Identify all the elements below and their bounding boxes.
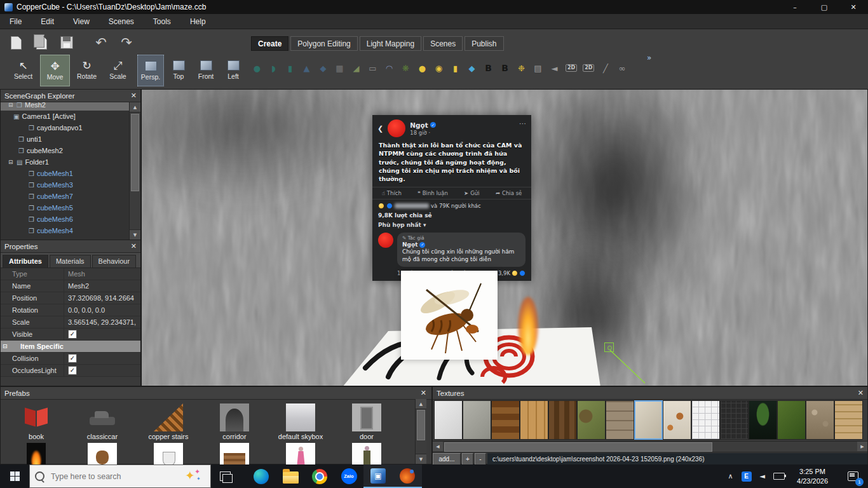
sound-icon[interactable]: ◄ bbox=[549, 62, 560, 74]
tree-item-cubemesh1[interactable]: ❒ cubeMesh1 bbox=[1, 168, 140, 179]
room-mesh-icon[interactable]: ▭ bbox=[367, 62, 378, 74]
rotate-tool-button[interactable]: ↻ Rotate bbox=[72, 55, 101, 85]
water-icon[interactable]: ◆ bbox=[466, 62, 477, 74]
tree-item-cubemesh7[interactable]: ❒ cubeMesh7 bbox=[1, 191, 140, 202]
visible-checkbox[interactable]: ✓ bbox=[68, 330, 77, 339]
prefab-wall[interactable] bbox=[201, 443, 268, 466]
taskbar-clock[interactable]: 3:25 PM 4/23/2026 bbox=[793, 467, 832, 485]
prop-section-item-specific[interactable]: ⊟ Item Specific bbox=[1, 341, 140, 353]
undo-button[interactable]: ↶ bbox=[92, 33, 111, 52]
texture-tile[interactable] bbox=[691, 400, 720, 440]
collision-checkbox[interactable]: ✓ bbox=[68, 354, 77, 363]
cone-icon[interactable]: ▲ bbox=[301, 62, 312, 74]
tree-item-cubemesh5[interactable]: ❒ cubeMesh5 bbox=[1, 202, 140, 214]
texture-tile[interactable] bbox=[720, 400, 749, 440]
view-left-button[interactable]: Left bbox=[220, 55, 246, 85]
taskbar-app-orange[interactable] bbox=[393, 464, 422, 488]
prefab-vase[interactable] bbox=[69, 443, 135, 466]
book-thumbnail[interactable] bbox=[22, 403, 51, 431]
tab-scenes[interactable]: Scenes bbox=[423, 36, 463, 51]
prefabs-close-icon[interactable]: ✕ bbox=[421, 389, 426, 397]
text-3d-icon[interactable]: B bbox=[499, 62, 510, 74]
terrain-icon[interactable]: ◢ bbox=[351, 62, 362, 74]
tree-item-caydandapvo1[interactable]: ❒ caydandapvo1 bbox=[1, 122, 140, 133]
menu-view[interactable]: View bbox=[64, 14, 99, 29]
scroll-left-icon[interactable]: ◀ bbox=[433, 442, 443, 451]
tab-polygon-editing[interactable]: Polygon Editing bbox=[290, 36, 357, 51]
prefab-fire[interactable] bbox=[3, 443, 69, 466]
taskbar-chrome[interactable] bbox=[305, 464, 334, 488]
menu-scenes[interactable]: Scenes bbox=[99, 14, 144, 29]
save-button[interactable] bbox=[57, 33, 76, 52]
view-front-button[interactable]: Front bbox=[193, 55, 219, 85]
prop-row-position[interactable]: Position37.320698, 914.2664 bbox=[1, 292, 140, 304]
prefab-book[interactable]: book bbox=[3, 403, 69, 440]
taskbar-coppercube[interactable]: ▣ bbox=[363, 464, 393, 488]
skybox-icon[interactable]: ◠ bbox=[384, 62, 395, 74]
texture-tile[interactable] bbox=[806, 400, 834, 440]
prefab-default-skybox[interactable]: default skybox bbox=[268, 403, 334, 440]
textures-close-icon[interactable]: ✕ bbox=[858, 389, 864, 397]
man-thumbnail[interactable] bbox=[352, 443, 381, 466]
toolbar-overflow-chevron[interactable]: » bbox=[647, 53, 651, 62]
tree-item-cubemesh6[interactable]: ❒ cubeMesh6 bbox=[1, 214, 140, 225]
menu-file[interactable]: File bbox=[0, 14, 31, 29]
search-input[interactable] bbox=[50, 471, 154, 482]
textures-scrollbar[interactable]: ◀ ▶ bbox=[433, 441, 867, 452]
connection-icon[interactable]: ∞ bbox=[616, 62, 627, 74]
texture-tile[interactable] bbox=[491, 400, 520, 440]
tree-item-cubemesh2[interactable]: ❒ cubeMesh2 bbox=[1, 145, 140, 156]
tray-chevron-icon[interactable]: ∧ bbox=[728, 472, 733, 480]
tab-behaviour[interactable]: Behaviour bbox=[92, 255, 137, 268]
texture-tile[interactable] bbox=[777, 400, 806, 440]
start-button[interactable] bbox=[0, 464, 29, 488]
grass-icon[interactable]: ❋ bbox=[400, 62, 411, 74]
texture-tile-selected[interactable] bbox=[634, 400, 663, 440]
viewport-3d[interactable]: ❮ Ngọt✓ 18 giờ · ⋯ Thành thật xin lỗi ba… bbox=[141, 89, 868, 386]
texture-tile[interactable] bbox=[434, 400, 463, 440]
occludeslight-checkbox[interactable]: ✓ bbox=[68, 366, 77, 375]
cylinder-icon[interactable]: ▮ bbox=[285, 62, 295, 74]
cortana-sparkle-icon[interactable]: ✦✦✦ bbox=[184, 468, 205, 485]
vase-thumbnail[interactable] bbox=[88, 443, 117, 466]
tab-materials[interactable]: Materials bbox=[50, 255, 91, 268]
scroll-down-icon[interactable]: ▼ bbox=[416, 454, 426, 464]
maximize-button[interactable]: ▢ bbox=[810, 0, 839, 14]
prop-row-name[interactable]: NameMesh2 bbox=[1, 280, 140, 292]
cup-thumbnail[interactable] bbox=[154, 443, 183, 466]
scenegraph-close-icon[interactable]: ✕ bbox=[131, 92, 137, 100]
static-text-icon[interactable]: B bbox=[483, 62, 494, 74]
task-view-button[interactable] bbox=[211, 464, 239, 488]
prefab-girl[interactable] bbox=[268, 443, 334, 466]
tree-item-cubemesh3[interactable]: ❒ cubeMesh3 bbox=[1, 179, 140, 191]
prop-row-rotation[interactable]: Rotation0.0, 0.0, 0.0 bbox=[1, 304, 140, 316]
scroll-right-icon[interactable]: ▶ bbox=[857, 442, 867, 451]
view-perspective-button[interactable]: Persp. bbox=[137, 55, 164, 86]
tree-item-camera1[interactable]: ▣ Camera1 [Active] bbox=[1, 111, 140, 122]
redo-button[interactable]: ↷ bbox=[117, 33, 136, 52]
expander-icon[interactable]: ⊟ bbox=[8, 102, 15, 108]
tab-publish[interactable]: Publish bbox=[465, 36, 503, 51]
tree-item-cubemesh4[interactable]: ❒ cubeMesh4 bbox=[1, 225, 140, 236]
scale-tool-button[interactable]: ⤢ Scale bbox=[104, 55, 132, 85]
prefab-classiccar[interactable]: classiccar bbox=[69, 403, 135, 440]
texture-tile[interactable] bbox=[548, 400, 577, 440]
2d-overlay-icon[interactable]: 2D bbox=[566, 64, 577, 72]
menu-edit[interactable]: Edit bbox=[31, 14, 64, 29]
select-tool-button[interactable]: ↖ Select bbox=[9, 55, 37, 85]
add-texture-button[interactable]: add... bbox=[433, 453, 461, 465]
default-skybox-thumbnail[interactable] bbox=[286, 403, 315, 431]
menu-tools[interactable]: Tools bbox=[144, 14, 180, 29]
texture-tile[interactable] bbox=[749, 400, 777, 440]
classiccar-thumbnail[interactable] bbox=[88, 403, 117, 431]
properties-close-icon[interactable]: ✕ bbox=[131, 242, 137, 250]
evkey-tray-icon[interactable]: E bbox=[742, 471, 752, 482]
volume-icon[interactable]: ◄ bbox=[760, 472, 765, 480]
animated-mesh-icon[interactable]: ▦ bbox=[334, 62, 345, 74]
expander-icon[interactable]: ⊟ bbox=[3, 343, 10, 349]
move-tool-button[interactable]: ✥ Move bbox=[40, 55, 70, 86]
taskbar-zalo[interactable]: Zalo bbox=[334, 464, 363, 488]
tab-create[interactable]: Create bbox=[251, 36, 288, 51]
overlay-2d-icon[interactable]: ▤ bbox=[532, 62, 543, 74]
tree-item-unti1[interactable]: ❒ unti1 bbox=[1, 133, 140, 145]
